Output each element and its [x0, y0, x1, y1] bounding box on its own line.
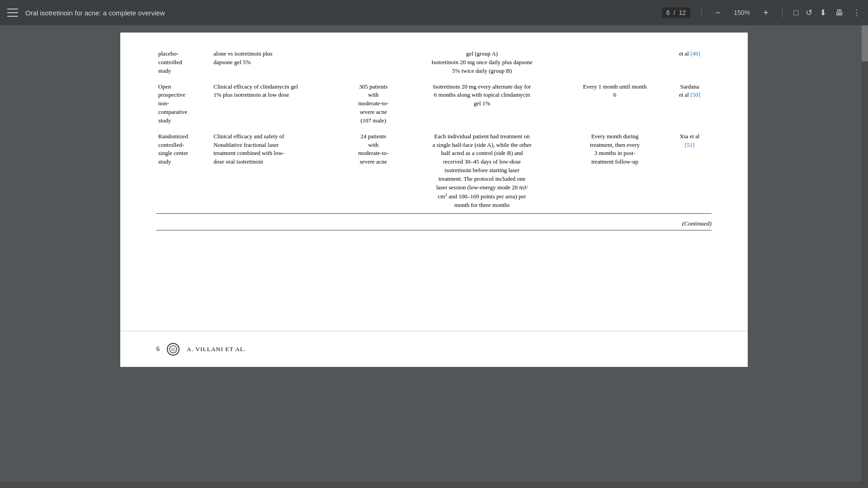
document-title: Oral isotretinoin for acne: a complete o…	[25, 9, 655, 17]
study-table: placebo-controlledstudy alone vs isotret…	[156, 46, 712, 214]
ref-49-link[interactable]: [49]	[690, 50, 700, 57]
continued-text: (Continued)	[156, 219, 712, 230]
divider-1	[701, 7, 702, 18]
page-navigation: 6 / 12	[662, 7, 690, 18]
study-name-cell: Clinical efficacy of clindamycin gel1% p…	[209, 79, 344, 129]
journal-logo: JD	[167, 343, 179, 356]
pdf-page: placebo-controlledstudy alone vs isotret…	[120, 33, 748, 331]
toolbar: Oral isotretinoin for acne: a complete o…	[0, 0, 868, 25]
author-cell: Sardanaet al [50]	[668, 79, 712, 129]
divider-2	[782, 7, 783, 18]
author-cell: Xia et al[51]	[668, 129, 712, 213]
study-type-cell: Randomizedcontrolled-single centerstudy	[156, 129, 209, 213]
current-page[interactable]: 6	[666, 9, 670, 16]
toolbar-right-actions: ⬇ 🖶 ⋮	[820, 8, 861, 18]
study-name-cell: Clinical efficacy and safety ofNonablati…	[209, 129, 344, 213]
page-number: 6	[156, 346, 160, 353]
rotate-icon[interactable]: ↺	[806, 8, 812, 18]
scrollbar-thumb[interactable]	[862, 25, 868, 61]
logo-icon: JD	[169, 345, 177, 353]
followup-cell: Every 1 month until month6	[562, 79, 668, 129]
patients-cell: 24 patientswithmoderate-to-severe acne	[345, 129, 402, 213]
table-row: Randomizedcontrolled-single centerstudy …	[156, 129, 712, 213]
study-type-cell: placebo-controlledstudy	[156, 46, 209, 79]
fit-page-icon[interactable]: □	[793, 8, 798, 18]
followup-cell	[562, 46, 668, 79]
menu-icon[interactable]	[7, 7, 18, 18]
horizontal-scrollbar[interactable]	[0, 482, 862, 488]
study-name-cell: alone vs isotretinoin plusdapsone gel 5%	[209, 46, 344, 79]
ref-50-link[interactable]: [50]	[690, 91, 700, 98]
zoom-out-button[interactable]: −	[712, 8, 723, 18]
intervention-cell: Each individual patient had treatment on…	[402, 129, 562, 213]
download-icon[interactable]: ⬇	[820, 8, 826, 18]
intervention-cell: Isotretinoin 20 mg every alternate day f…	[402, 79, 562, 129]
vertical-scrollbar[interactable]	[862, 25, 868, 488]
page-separator: /	[674, 9, 675, 16]
ref-51-link[interactable]: [51]	[685, 141, 695, 148]
main-content: placebo-controlledstudy alone vs isotret…	[0, 25, 868, 488]
print-icon[interactable]: 🖶	[835, 8, 844, 18]
followup-cell: Every month duringtreatment, then every3…	[562, 129, 668, 213]
table-row: placebo-controlledstudy alone vs isotret…	[156, 46, 712, 79]
total-pages: 12	[679, 9, 686, 16]
author-cell: et al [49]	[668, 46, 712, 79]
zoom-level[interactable]: 150%	[731, 9, 753, 16]
table-row: Openprospectivenon-comparativestudy Clin…	[156, 79, 712, 129]
intervention-cell: gel (group A) Isotretinoin 20 mg once da…	[402, 46, 562, 79]
zoom-in-button[interactable]: +	[760, 8, 771, 18]
bottom-page: 6 JD A. VILLANI ET AL.	[120, 331, 748, 367]
patients-cell	[345, 46, 402, 79]
study-type-cell: Openprospectivenon-comparativestudy	[156, 79, 209, 129]
more-options-icon[interactable]: ⋮	[853, 8, 861, 18]
patients-cell: 305 patientswithmoderate-to-severe acne(…	[345, 79, 402, 129]
svg-text:JD: JD	[171, 347, 176, 352]
author-label: A. VILLANI ET AL.	[187, 346, 246, 353]
